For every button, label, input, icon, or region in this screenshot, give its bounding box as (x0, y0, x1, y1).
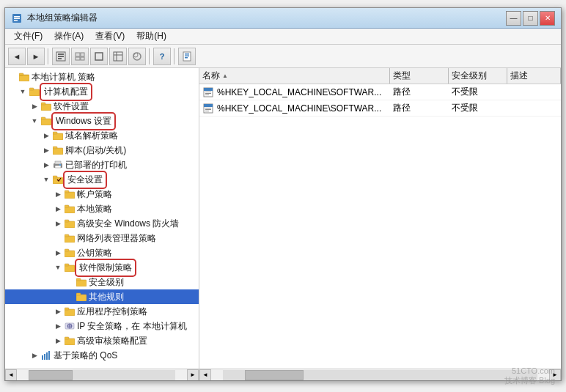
tree-item-security[interactable]: 安全设置 (5, 172, 199, 187)
toolbar-btn-9[interactable] (178, 48, 196, 65)
column-headers: 名称 ▲ 类型 安全级别 描述 (199, 68, 561, 84)
right-content[interactable]: %HKEY_LOCAL_MACHINE\SOFTWAR... 路径 不受限 (199, 84, 561, 369)
tree-label-computer: 计算机配置 (42, 85, 90, 99)
pubkey-folder-icon (64, 247, 76, 259)
tree-scroll-thumb[interactable] (29, 370, 73, 380)
svg-rect-71 (205, 92, 211, 92)
tree-content[interactable]: 本地计算机 策略 计算机配置 (5, 68, 199, 369)
sort-arrow-name: ▲ (222, 73, 228, 79)
tree-item-ipsec[interactable]: IP 安全策略，在 本地计算机 (5, 319, 199, 333)
tree-scroll-right[interactable]: ► (187, 369, 199, 381)
cell-level-2: 不受限 (449, 100, 507, 116)
svg-rect-73 (205, 95, 209, 95)
svg-rect-30 (41, 117, 45, 119)
root-icon (18, 71, 30, 83)
right-scroll-thumb[interactable] (245, 370, 304, 380)
tree-label-seclevel: 安全级别 (89, 276, 124, 289)
svg-rect-20 (185, 55, 189, 56)
toolbar-btn-3[interactable] (52, 48, 70, 65)
tree-label-softrestrict: 软件限制策略 (77, 261, 134, 275)
tree-label-ipsec: IP 安全策略，在 本地计算机 (77, 320, 187, 333)
tree-item-netlist[interactable]: 网络列表管理器策略 (5, 231, 199, 245)
tree-item-printers[interactable]: 已部署的打印机 (5, 158, 199, 172)
list-row-2[interactable]: %HKEY_LOCAL_MACHINE\SOFTWAR... 路径 不受限 (199, 100, 561, 117)
tree-scroll-track[interactable] (29, 370, 175, 380)
tree-item-windows[interactable]: Windows 设置 (5, 114, 199, 128)
col-header-type[interactable]: 类型 (390, 68, 449, 84)
toolbar-btn-7[interactable] (128, 48, 146, 65)
tree-label-printers: 已部署的打印机 (65, 159, 127, 171)
list-row-1[interactable]: %HKEY_LOCAL_MACHINE\SOFTWAR... 路径 不受限 (199, 84, 561, 100)
audit-folder-icon (64, 335, 76, 347)
svg-rect-41 (65, 192, 75, 199)
forward-button[interactable]: ► (27, 48, 45, 65)
tree-label-local: 本地策略 (77, 203, 112, 215)
right-scroll-left[interactable]: ◄ (199, 369, 211, 381)
tree-item-softrestrict[interactable]: 软件限制策略 (5, 260, 199, 275)
menu-bar: 文件(F) 操作(A) 查看(V) 帮助(H) (5, 29, 561, 45)
tree-item-domain[interactable]: 域名解析策略 (5, 128, 199, 143)
menu-action[interactable]: 操作(A) (48, 29, 89, 44)
svg-rect-50 (65, 249, 69, 251)
tree-item-qos[interactable]: 基于策略的 QoS (5, 348, 199, 363)
svg-rect-55 (76, 295, 87, 301)
col-header-name[interactable]: 名称 ▲ (199, 68, 390, 84)
col-header-desc[interactable]: 描述 (507, 68, 561, 84)
help-button[interactable]: ? (153, 48, 171, 65)
col-header-level[interactable]: 安全级别 (449, 68, 507, 84)
tree-item-account[interactable]: 帐户策略 (5, 187, 199, 201)
close-button[interactable]: ✕ (540, 11, 555, 26)
svg-rect-66 (44, 354, 45, 360)
back-button[interactable]: ◄ (8, 48, 26, 65)
tree-item-seclevel[interactable]: 安全级别 (5, 275, 199, 289)
svg-rect-2 (14, 18, 20, 19)
tree-item-scripts[interactable]: 脚本(启动/关机) (5, 143, 199, 158)
svg-rect-72 (205, 93, 211, 94)
menu-help[interactable]: 帮助(H) (131, 29, 172, 44)
svg-rect-46 (65, 220, 69, 222)
tree-label-pubkey: 公钥策略 (77, 247, 112, 259)
qos-icon (40, 350, 52, 361)
tree-item-applocker[interactable]: 应用程序控制策略 (5, 304, 199, 319)
menu-view[interactable]: 查看(V) (89, 29, 131, 44)
toolbar-btn-6[interactable] (109, 48, 127, 65)
menu-file[interactable]: 文件(F) (8, 29, 48, 44)
right-scroll-right[interactable]: ► (549, 369, 561, 381)
svg-rect-56 (76, 293, 81, 295)
tree-item-otherrules[interactable]: 其他规则 (5, 289, 199, 304)
expand-pubkey (52, 247, 64, 259)
tree-item-root[interactable]: 本地计算机 策略 (5, 70, 199, 84)
svg-rect-68 (48, 351, 50, 360)
tree-label-otherrules: 其他规则 (89, 291, 124, 303)
toolbar-btn-5[interactable] (90, 48, 108, 65)
cell-type-2: 路径 (390, 100, 449, 116)
tree-label-audit: 高级审核策略配置 (77, 335, 147, 347)
right-h-scrollbar[interactable]: ◄ ► (199, 369, 561, 380)
tree-scroll-left[interactable]: ◄ (5, 369, 17, 381)
svg-rect-42 (65, 191, 69, 193)
window-icon (11, 12, 23, 24)
cell-type-1: 路径 (390, 84, 449, 100)
tree-item-software[interactable]: 软件设置 (5, 99, 199, 114)
svg-rect-54 (76, 278, 81, 281)
scripts-folder-icon (52, 144, 64, 156)
expand-root (7, 71, 18, 83)
cell-name-1: %HKEY_LOCAL_MACHINE\SOFTWAR... (199, 84, 390, 100)
expand-windows (29, 115, 40, 127)
minimize-button[interactable]: — (506, 11, 521, 26)
tree-h-scrollbar[interactable]: ◄ ► (5, 369, 199, 380)
tree-item-firewall[interactable]: 高级安全 Windows 防火墙 (5, 216, 199, 231)
expand-domain (40, 130, 52, 141)
svg-rect-25 (29, 89, 40, 96)
expand-security (40, 174, 52, 185)
tree-label-scripts: 脚本(启动/关机) (65, 144, 126, 157)
tree-item-audit[interactable]: 高级审核策略配置 (5, 333, 199, 348)
tree-item-pubkey[interactable]: 公钥策略 (5, 245, 199, 260)
svg-rect-13 (114, 52, 122, 61)
right-scroll-track[interactable] (223, 370, 537, 380)
tree-item-local[interactable]: 本地策略 (5, 201, 199, 216)
toolbar-btn-4[interactable] (71, 48, 89, 65)
tree-item-computer[interactable]: 计算机配置 (5, 84, 199, 99)
security-folder-icon (52, 174, 64, 185)
restore-button[interactable]: □ (523, 11, 538, 26)
